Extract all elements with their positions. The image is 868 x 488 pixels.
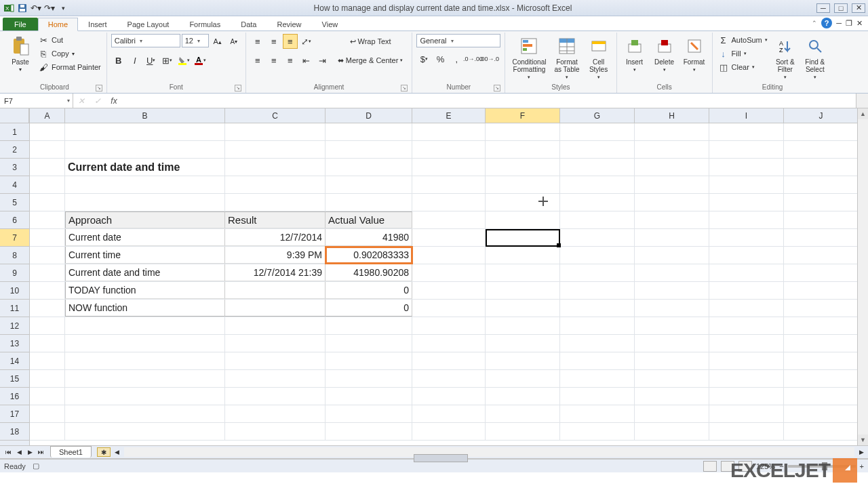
- cell-D6[interactable]: Actual Value: [326, 211, 412, 228]
- cell-G7[interactable]: [560, 229, 635, 246]
- cell-F7[interactable]: [486, 229, 560, 246]
- cancel-formula-icon[interactable]: ✕: [73, 96, 90, 106]
- cell-I9[interactable]: [709, 264, 784, 281]
- format-as-table-button[interactable]: Format as Table▾: [551, 34, 582, 81]
- cell-J14[interactable]: [784, 352, 859, 369]
- zoom-in-button[interactable]: +: [860, 462, 864, 470]
- cell-D7[interactable]: 41980: [326, 229, 412, 246]
- cell-F1[interactable]: [486, 123, 560, 140]
- hscroll-left-icon[interactable]: ◀: [112, 447, 123, 458]
- cell-J13[interactable]: [784, 335, 859, 352]
- cell-J10[interactable]: [784, 282, 859, 299]
- cell-C16[interactable]: [225, 388, 326, 405]
- tab-file[interactable]: File: [3, 18, 38, 30]
- row-header-9[interactable]: 9: [0, 264, 29, 282]
- cell-E10[interactable]: [412, 282, 486, 299]
- wrap-text-button[interactable]: ↩Wrap Text: [333, 34, 408, 49]
- cell-I18[interactable]: [709, 423, 784, 440]
- cell-I6[interactable]: [709, 211, 784, 228]
- col-header-G[interactable]: G: [560, 108, 635, 123]
- cell-G11[interactable]: [560, 300, 635, 317]
- format-cells-button[interactable]: Format▾: [681, 34, 708, 74]
- cell-H14[interactable]: [635, 352, 709, 369]
- cell-H10[interactable]: [635, 282, 709, 299]
- cell-I2[interactable]: [709, 141, 784, 158]
- zoom-out-button[interactable]: −: [779, 462, 783, 470]
- qat-customize-icon[interactable]: ▾: [57, 2, 69, 14]
- cell-I15[interactable]: [709, 370, 784, 387]
- cell-B3[interactable]: Current date and time: [65, 159, 225, 176]
- cell-B11[interactable]: NOW function: [65, 300, 225, 317]
- cell-G18[interactable]: [560, 423, 635, 440]
- row-header-18[interactable]: 18: [0, 423, 29, 441]
- cell-B2[interactable]: [65, 141, 225, 158]
- cell-C3[interactable]: [225, 159, 326, 176]
- cell-F18[interactable]: [486, 423, 560, 440]
- prev-sheet-button[interactable]: ◀: [14, 447, 24, 458]
- cell-C15[interactable]: [225, 370, 326, 387]
- cell-D2[interactable]: [326, 141, 412, 158]
- cell-D3[interactable]: [326, 159, 412, 176]
- scroll-up-icon[interactable]: ▲: [858, 108, 868, 119]
- align-top-button[interactable]: ≡: [250, 34, 265, 49]
- cell-E2[interactable]: [412, 141, 486, 158]
- copy-button[interactable]: ⎘Copy▾: [37, 47, 102, 60]
- cell-H1[interactable]: [635, 123, 709, 140]
- cell-G17[interactable]: [560, 405, 635, 422]
- cell-C7[interactable]: 12/7/2014: [225, 229, 326, 246]
- cell-D9[interactable]: 41980.90208: [326, 264, 412, 281]
- percent-button[interactable]: %: [433, 52, 448, 66]
- row-header-8[interactable]: 8: [0, 247, 29, 264]
- cell-J18[interactable]: [784, 423, 859, 440]
- save-icon[interactable]: [16, 2, 28, 14]
- cell-G15[interactable]: [560, 370, 635, 387]
- row-header-3[interactable]: 3: [0, 159, 29, 176]
- font-name-combo[interactable]: Calibri▾: [111, 34, 180, 47]
- cell-B18[interactable]: [65, 423, 225, 440]
- cell-I1[interactable]: [709, 123, 784, 140]
- cell-F11[interactable]: [486, 300, 560, 317]
- col-header-H[interactable]: H: [635, 108, 709, 123]
- cell-J17[interactable]: [784, 405, 859, 422]
- cell-F14[interactable]: [486, 352, 560, 369]
- cell-G5[interactable]: [560, 194, 635, 211]
- zoom-slider[interactable]: [788, 465, 856, 468]
- maximize-button[interactable]: □: [834, 3, 848, 13]
- cell-D12[interactable]: [326, 317, 412, 334]
- decrease-decimal-button[interactable]: .00→.0: [481, 52, 496, 66]
- cell-J11[interactable]: [784, 300, 859, 317]
- row-header-13[interactable]: 13: [0, 335, 29, 352]
- cell-G6[interactable]: [560, 211, 635, 228]
- insert-cells-button[interactable]: Insert▾: [621, 34, 648, 74]
- cell-I3[interactable]: [709, 159, 784, 176]
- workbook-minimize-icon[interactable]: ─: [836, 19, 842, 27]
- cell-A13[interactable]: [30, 335, 65, 352]
- cell-E8[interactable]: [412, 247, 486, 264]
- cell-G3[interactable]: [560, 159, 635, 176]
- cell-H18[interactable]: [635, 423, 709, 440]
- cell-H11[interactable]: [635, 300, 709, 317]
- cell-D18[interactable]: [326, 423, 412, 440]
- cell-F15[interactable]: [486, 370, 560, 387]
- cell-G12[interactable]: [560, 317, 635, 334]
- cell-A15[interactable]: [30, 370, 65, 387]
- cell-I13[interactable]: [709, 335, 784, 352]
- row-header-11[interactable]: 11: [0, 300, 29, 317]
- cell-F8[interactable]: [486, 247, 560, 264]
- cell-I7[interactable]: [709, 229, 784, 246]
- currency-button[interactable]: $▾: [416, 52, 431, 66]
- redo-icon[interactable]: ↷▾: [43, 2, 56, 14]
- workbook-close-icon[interactable]: ✕: [856, 19, 863, 28]
- enter-formula-icon[interactable]: ✓: [90, 96, 106, 106]
- cell-styles-button[interactable]: Cell Styles▾: [585, 34, 612, 81]
- row-header-17[interactable]: 17: [0, 405, 29, 423]
- cell-J6[interactable]: [784, 211, 859, 228]
- cell-G2[interactable]: [560, 141, 635, 158]
- cell-H2[interactable]: [635, 141, 709, 158]
- cell-I12[interactable]: [709, 317, 784, 334]
- last-sheet-button[interactable]: ⏭: [35, 447, 46, 458]
- vertical-scrollbar[interactable]: ▲ ▼: [857, 108, 868, 445]
- cell-C12[interactable]: [225, 317, 326, 334]
- cell-J2[interactable]: [784, 141, 859, 158]
- cell-A2[interactable]: [30, 141, 65, 158]
